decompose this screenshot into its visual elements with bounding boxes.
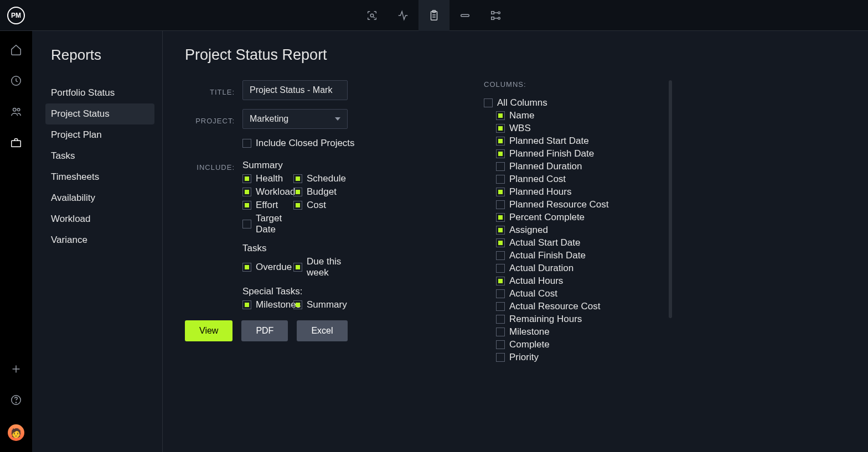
checkbox-row[interactable]: Cost <box>293 200 344 211</box>
checkbox-icon <box>496 328 505 336</box>
checkbox-icon <box>496 277 505 285</box>
checkbox-row[interactable]: Planned Hours <box>496 186 654 198</box>
checkbox-row[interactable]: Complete <box>496 339 654 350</box>
checkbox-label: Actual Duration <box>509 263 574 274</box>
all-columns-checkbox[interactable]: All Columns <box>484 97 654 108</box>
checkbox-icon <box>496 264 505 273</box>
rail-home[interactable] <box>9 43 23 56</box>
sidebar-item[interactable]: Portfolio Status <box>45 82 154 103</box>
checkbox-row[interactable]: Planned Start Date <box>496 136 654 147</box>
checkbox-label: Planned Finish Date <box>509 148 594 159</box>
app-logo[interactable]: PM <box>0 7 32 24</box>
checkbox-row[interactable]: Name <box>496 110 654 121</box>
checkbox-row[interactable]: Actual Hours <box>496 276 654 287</box>
project-select[interactable]: Marketing <box>242 109 348 129</box>
svg-point-10 <box>17 108 20 111</box>
checkbox-icon <box>496 200 505 209</box>
checkbox-row[interactable]: Summary <box>293 299 344 310</box>
tab-reports[interactable] <box>418 0 450 31</box>
pdf-button[interactable]: PDF <box>241 320 288 341</box>
checkbox-row[interactable]: Schedule <box>293 173 344 184</box>
checkbox-label: Actual Hours <box>509 276 563 287</box>
scrollbar[interactable] <box>669 80 672 318</box>
checkbox-label: Planned Hours <box>509 186 571 198</box>
checkbox-row[interactable]: Workload <box>242 186 293 198</box>
checkbox-row[interactable]: Actual Cost <box>496 288 654 299</box>
sidebar-item[interactable]: Project Status <box>45 103 154 124</box>
include-label: INCLUDE: <box>185 160 235 172</box>
svg-point-9 <box>13 108 17 112</box>
rail-team[interactable] <box>9 105 23 118</box>
checkbox-row[interactable]: Priority <box>496 352 654 363</box>
checkbox-row[interactable]: Percent Complete <box>496 212 654 223</box>
checkbox-label: Actual Finish Date <box>509 250 586 261</box>
top-bar: PM <box>0 0 868 31</box>
view-button[interactable]: View <box>185 320 232 341</box>
tab-links[interactable] <box>450 0 480 31</box>
svg-rect-11 <box>12 141 21 147</box>
columns-label: COLUMNS: <box>484 80 661 89</box>
checkbox-row[interactable]: Target Date <box>242 213 293 235</box>
project-label: PROJECT: <box>185 113 235 125</box>
sidebar-item[interactable]: Timesheets <box>45 167 154 188</box>
rail-help[interactable] <box>9 393 23 407</box>
checkbox-icon <box>293 263 302 272</box>
checkbox-row[interactable]: Planned Duration <box>496 161 654 172</box>
columns-list: All Columns NameWBSPlanned Start DatePla… <box>484 97 661 365</box>
tab-activity[interactable] <box>388 0 418 31</box>
tab-flow[interactable] <box>480 0 512 31</box>
checkbox-icon <box>496 188 505 196</box>
sidebar-item[interactable]: Tasks <box>45 146 154 167</box>
checkbox-label: Summary <box>307 299 347 310</box>
rail-work[interactable] <box>9 136 23 149</box>
checkbox-row[interactable]: Effort <box>242 200 293 211</box>
checkbox-row[interactable]: Planned Cost <box>496 174 654 185</box>
excel-button[interactable]: Excel <box>297 320 347 341</box>
checkbox-label: Target Date <box>256 213 293 235</box>
sidebar-item[interactable]: Project Plan <box>45 124 154 146</box>
clock-icon <box>10 75 22 87</box>
checkbox-icon <box>242 220 251 228</box>
checkbox-label: Effort <box>256 200 278 211</box>
svg-point-13 <box>16 402 16 403</box>
checkbox-row[interactable]: Overdue <box>242 256 293 278</box>
title-input[interactable] <box>242 80 348 100</box>
checkbox-label: Planned Cost <box>509 174 566 185</box>
checkbox-row[interactable]: Milestones <box>242 299 293 310</box>
checkbox-row[interactable]: Planned Finish Date <box>496 148 654 159</box>
clipboard-icon <box>428 9 440 22</box>
checkbox-row[interactable]: Actual Resource Cost <box>496 301 654 312</box>
checkbox-row[interactable]: Actual Start Date <box>496 237 654 248</box>
checkbox-row[interactable]: Health <box>242 173 293 184</box>
checkbox-icon <box>242 263 251 272</box>
checkbox-label: WBS <box>509 123 531 134</box>
tab-overview[interactable] <box>356 0 388 31</box>
checkbox-row[interactable]: Budget <box>293 186 344 198</box>
rail-add[interactable] <box>9 362 23 376</box>
checkbox-icon <box>242 300 251 309</box>
checkbox-label: Percent Complete <box>509 212 585 223</box>
sidebar-item[interactable]: Variance <box>45 230 154 251</box>
checkbox-row[interactable]: Actual Duration <box>496 263 654 274</box>
checkbox-row[interactable]: WBS <box>496 123 654 134</box>
checkbox-icon <box>496 289 505 298</box>
checkbox-row[interactable]: Actual Finish Date <box>496 250 654 261</box>
checkbox-icon <box>496 315 505 324</box>
include-closed-checkbox[interactable]: Include Closed Projects <box>242 138 355 149</box>
checkbox-row[interactable]: Due this week <box>293 256 344 278</box>
checkbox-label: Actual Start Date <box>509 237 581 248</box>
checkbox-row[interactable]: Assigned <box>496 225 654 236</box>
sidebar-item[interactable]: Availability <box>45 188 154 209</box>
sidebar-item[interactable]: Workload <box>45 209 154 230</box>
svg-point-6 <box>498 12 500 14</box>
checkbox-row[interactable]: Milestone <box>496 326 654 337</box>
rail-recent[interactable] <box>9 74 23 87</box>
actions: View PDF Excel <box>185 320 406 341</box>
checkbox-row[interactable]: Remaining Hours <box>496 314 654 325</box>
svg-rect-5 <box>492 17 494 19</box>
checkbox-label: Planned Resource Cost <box>509 199 609 210</box>
checkbox-label: Budget <box>307 186 337 198</box>
avatar[interactable]: 🧑 <box>8 424 24 441</box>
checkbox-row[interactable]: Planned Resource Cost <box>496 199 654 210</box>
users-icon <box>10 106 22 118</box>
